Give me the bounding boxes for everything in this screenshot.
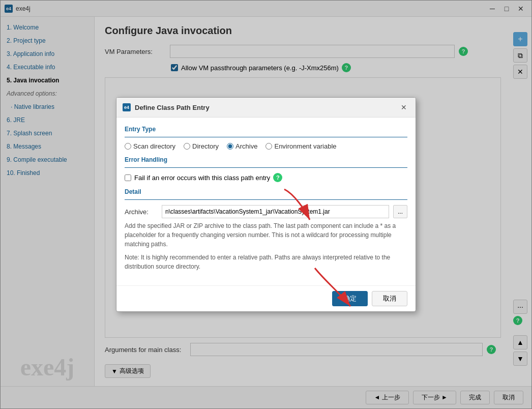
archive-row: Archive: ... (125, 205, 407, 218)
radio-env-variable[interactable]: Environment variable (265, 142, 336, 150)
radio-scan-directory[interactable]: Scan directory (125, 142, 175, 150)
dialog-close-button[interactable]: ✕ (398, 102, 409, 113)
dialog-title-text: Define Class Path Entry (135, 104, 210, 111)
radio-archive[interactable]: Archive (227, 142, 257, 150)
radio-directory-input[interactable] (184, 143, 190, 150)
dialog-icon: e4 (123, 103, 131, 111)
browse-archive-button[interactable]: ... (393, 205, 407, 218)
archive-input[interactable] (162, 205, 389, 218)
radio-archive-label: Archive (235, 142, 257, 150)
radio-scan-directory-input[interactable] (125, 143, 131, 150)
error-checkbox[interactable] (125, 174, 131, 181)
error-handling-divider (125, 167, 407, 168)
dialog-overlay: e4 Define Class Path Entry ✕ Entry Type … (0, 0, 532, 409)
archive-label: Archive: (125, 208, 158, 216)
radio-env-variable-input[interactable] (265, 143, 272, 150)
dialog-footer: 确定 取消 (116, 285, 416, 311)
info-text-2: Note: It is highly recommended to enter … (125, 253, 407, 271)
radio-directory[interactable]: Directory (184, 142, 219, 150)
error-checkbox-label: Fail if an error occurs with this class … (134, 174, 270, 182)
dialog-title-left: e4 Define Class Path Entry (123, 103, 210, 111)
entry-type-divider (125, 137, 407, 137)
radio-env-variable-label: Environment variable (274, 142, 336, 150)
dialog-cancel-button[interactable]: 取消 (372, 291, 407, 306)
define-classpath-dialog: e4 Define Class Path Entry ✕ Entry Type … (116, 97, 416, 312)
radio-archive-input[interactable] (227, 143, 233, 150)
radio-scan-directory-label: Scan directory (133, 142, 175, 150)
detail-divider (125, 199, 407, 200)
error-checkbox-row: Fail if an error occurs with this class … (125, 173, 407, 182)
entry-type-section-label: Entry Type (125, 126, 407, 133)
dialog-body: Entry Type Scan directory Directory Arch… (116, 118, 416, 285)
error-handling-section: Error Handling Fail if an error occurs w… (125, 156, 407, 182)
error-help-icon[interactable]: ? (273, 173, 282, 182)
detail-section: Detail Archive: ... Add the specified JA… (125, 188, 407, 271)
error-handling-label: Error Handling (125, 156, 407, 163)
dialog-title-bar: e4 Define Class Path Entry ✕ (116, 98, 416, 118)
radio-directory-label: Directory (192, 142, 219, 150)
detail-section-label: Detail (125, 188, 407, 195)
dialog-confirm-button[interactable]: 确定 (332, 291, 368, 306)
info-text-1: Add the specified JAR or ZIP archive to … (125, 221, 407, 249)
radio-row: Scan directory Directory Archive Environ… (125, 142, 407, 150)
